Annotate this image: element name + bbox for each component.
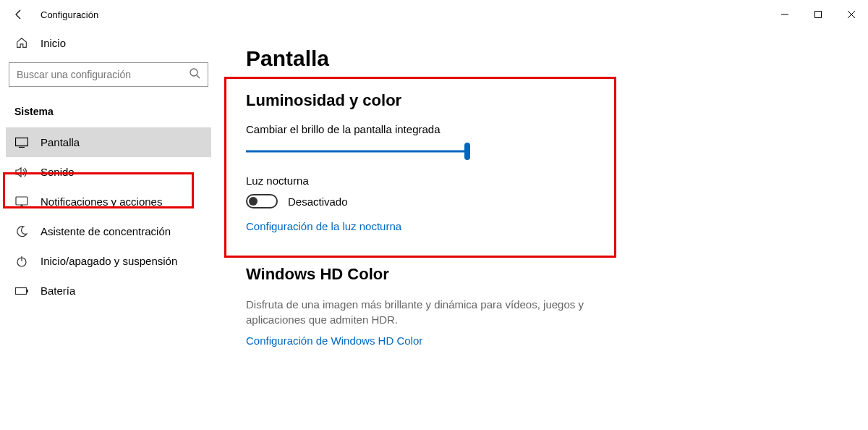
svg-rect-8 [16, 197, 27, 205]
nav-label: Pantalla [41, 136, 80, 148]
search-icon [189, 67, 200, 82]
nav-label: Notificaciones y acciones [41, 195, 162, 208]
power-icon [14, 256, 29, 267]
hdcolor-desc: Disfruta de una imagen más brillante y d… [246, 297, 622, 327]
nav-label: Batería [41, 284, 75, 297]
nav-item-sonido[interactable]: Sonido [6, 157, 211, 187]
section-hdcolor: Windows HD Color Disfruta de una imagen … [246, 265, 839, 347]
nav-item-notificaciones[interactable]: Notificaciones y acciones [6, 187, 211, 216]
nightlight-label: Luz nocturna [246, 174, 839, 187]
window-controls [768, 3, 868, 26]
svg-rect-1 [815, 12, 822, 18]
home-icon [14, 36, 29, 49]
nightlight-toggle[interactable] [246, 194, 278, 208]
svg-point-4 [190, 69, 197, 76]
notifications-icon [14, 196, 29, 208]
home-nav[interactable]: Inicio [6, 29, 211, 56]
nav-item-asistente[interactable]: Asistente de concentración [6, 216, 211, 246]
svg-rect-6 [16, 138, 28, 146]
main-content: Pantalla Luminosidad y color Cambiar el … [217, 29, 868, 430]
app-title: Configuración [41, 9, 98, 20]
titlebar: Configuración [0, 0, 868, 29]
nav-label: Asistente de concentración [41, 225, 171, 237]
back-button[interactable] [12, 7, 26, 22]
nav-item-pantalla[interactable]: Pantalla [6, 127, 211, 157]
search-input[interactable] [17, 69, 189, 80]
hdcolor-link[interactable]: Configuración de Windows HD Color [246, 334, 422, 347]
close-button[interactable] [835, 3, 868, 26]
sidebar: Inicio Sistema Pantalla Sonido Not [0, 29, 217, 430]
search-box[interactable] [9, 62, 208, 87]
category-header: Sistema [6, 98, 211, 127]
nightlight-state: Desactivado [288, 195, 348, 208]
svg-rect-11 [16, 287, 27, 294]
nav-label: Sonido [41, 166, 75, 178]
nightlight-settings-link[interactable]: Configuración de la luz nocturna [246, 220, 401, 232]
sound-icon [14, 166, 29, 178]
toggle-knob [249, 197, 258, 206]
brightness-label: Cambiar el brillo de la pantalla integra… [246, 123, 839, 135]
section-luminosidad: Luminosidad y color Cambiar el brillo de… [246, 91, 839, 233]
svg-rect-12 [27, 290, 28, 292]
display-icon [14, 138, 29, 148]
maximize-button[interactable] [801, 3, 835, 26]
nav-item-inicio-apagado[interactable]: Inicio/apagado y suspensión [6, 246, 211, 276]
section-title: Windows HD Color [246, 265, 839, 284]
brightness-slider[interactable] [246, 143, 470, 160]
slider-track [246, 151, 470, 153]
slider-thumb[interactable] [464, 143, 470, 160]
home-label: Inicio [41, 37, 66, 49]
section-title: Luminosidad y color [246, 91, 839, 110]
nav-label: Inicio/apagado y suspensión [41, 255, 177, 267]
moon-icon [14, 226, 29, 237]
svg-line-5 [197, 75, 200, 78]
battery-icon [14, 287, 29, 295]
nav-item-bateria[interactable]: Batería [6, 276, 211, 305]
page-title: Pantalla [246, 46, 839, 71]
minimize-button[interactable] [768, 3, 801, 26]
